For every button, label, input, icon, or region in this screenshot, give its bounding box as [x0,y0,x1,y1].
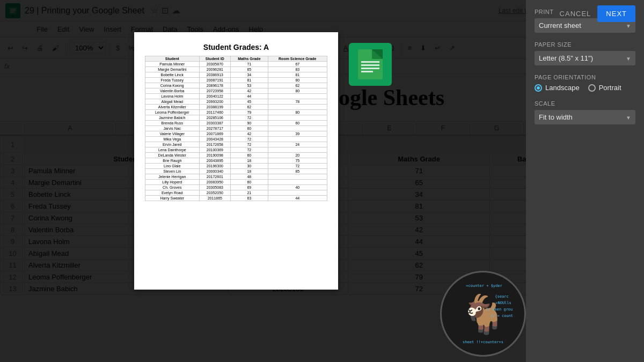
paper-table: Student Student ID Maths Grade Room Scie… [145,56,327,201]
orientation-label: Page orientation [535,74,635,80]
paper-table-row: DeLanda Wester201900986020 [145,153,327,158]
scale-section: Scale Fit to width Fit to page 100% [535,100,635,124]
paper-table-row: Jazmine Babich2028510672 [145,115,327,121]
paper-tbody: Pamula Minner203058707167Margie Demartin… [145,62,327,201]
landscape-option[interactable]: Landscape [535,84,580,92]
scale-select[interactable]: Fit to width Fit to page 100% [535,110,635,124]
paper-header-row: Student Student ID Maths Grade Room Scie… [145,56,327,62]
paper-table-row: Lilly Hoperd2008395060 [145,180,327,185]
paper-table-row: Lavona Holm2004012244 [145,94,327,99]
svg-rect-10 [361,71,373,72]
sheets-logo-bg [349,43,392,86]
paper-title: Student Grades: A [145,43,327,51]
svg-rect-8 [361,64,379,66]
landscape-radio[interactable] [535,84,542,92]
svg-text:{searc: {searc [495,294,508,299]
svg-text:// seen grou: // seen grou [486,307,513,312]
paper-table-row: Leoma Poffenberger201174607980 [145,110,327,115]
svg-text:// = count: // = count [491,314,513,318]
print-cancel-button[interactable]: CANCEL [553,5,598,22]
paper-size-section: Paper size Letter (8.5" x 11") A4 Legal [535,41,635,65]
portrait-option[interactable]: Portrait [588,84,621,92]
portrait-label: Portrait [599,84,621,92]
paper-size-label: Paper size [535,41,635,48]
paper-table-row: Valentin Borba207239584280 [145,88,327,94]
portrait-radio[interactable] [588,84,596,92]
paper-table-row: Abigail Mead209932004578 [145,99,327,105]
print-top-bar: CANCEL NEXT [0,0,644,27]
paper-table-row: Bobette Linck203869133481 [145,72,327,78]
scale-label: Scale [535,100,635,107]
paper-size-select[interactable]: Letter (8.5" x 11") A4 Legal [535,51,635,65]
paper-table-row: Brenda Russ203033879060 [145,121,327,126]
paper-table-row: Jelenie Herrigan2017260148 [145,174,327,180]
svg-text:=counter + $yder: =counter + $yder [466,284,502,288]
print-settings-panel: Print Current sheet Workbook Selection P… [526,0,644,362]
svg-rect-9 [361,68,379,69]
paper-table-row: Brie Raugh200438951875 [145,158,327,164]
orientation-section: Page orientation Landscape Portrait [535,74,635,92]
print-overlay: CANCEL NEXT Student Grades: A Student St… [0,0,644,362]
scale-select-wrapper: Fit to width Fit to page 100% [535,110,635,124]
print-next-button[interactable]: NEXT [597,5,635,22]
svg-text:sheet !!+counter+s: sheet !!+counter+s [463,340,503,344]
paper-table-row: Mika Vega2004342872 [145,137,327,142]
paper-table-row: Valerie Villager200718694239 [145,131,327,137]
paper-table-row: Alverta Kitzmiller2038819962 [145,105,327,110]
svg-rect-7 [361,61,379,63]
paper-table-row: Freda Tussey200871918180 [145,78,327,83]
paper-table-row: Steven Lin200003401885 [145,169,327,174]
print-paper: Student Grades: A Student Student ID Mat… [134,32,338,290]
orientation-row: Landscape Portrait [535,84,635,92]
paper-table-row: Margie Demartini200962816583 [145,67,327,72]
paper-table-row: Evelyn Road2035205021 [145,190,327,196]
paper-table-row: Harry Sweater20118656344 [145,196,327,201]
paper-table-row: Lena Dainthorpe2010036972 [145,147,327,153]
goat-watermark: 🐐 =counter + $yder {searc =NOUlls // see… [440,271,526,357]
paper-table-row: Pamula Minner203058707167 [145,62,327,67]
paper-table-row: Ch. Groves203050836940 [145,185,327,190]
paper-table-row: Lino Glale201963003072 [145,164,327,169]
paper-table-row: Jarvis Nac2027871760 [145,126,327,131]
paper-table-row: Corina Kwong208961785362 [145,83,327,88]
paper-size-select-wrapper: Letter (8.5" x 11") A4 Legal [535,51,635,65]
landscape-label: Landscape [545,84,580,92]
svg-text:=NOUlls: =NOUlls [495,301,511,305]
paper-table-row: Ervin Jared201726587224 [145,142,327,147]
